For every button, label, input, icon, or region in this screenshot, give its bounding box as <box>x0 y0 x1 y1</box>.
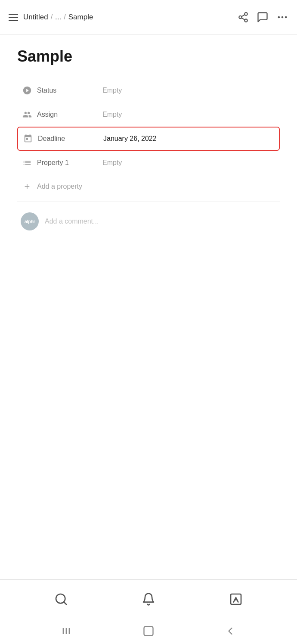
svg-line-3 <box>241 18 244 19</box>
svg-line-4 <box>241 15 244 16</box>
assign-label: Assign <box>34 111 102 118</box>
assign-property-row[interactable]: Assign Empty <box>17 103 280 127</box>
property1-value: Empty <box>102 159 122 167</box>
breadcrumb-ellipsis[interactable]: ... <box>55 13 61 22</box>
svg-point-6 <box>282 16 284 18</box>
breadcrumb-sep2: / <box>64 13 65 21</box>
comment-icon[interactable] <box>257 11 269 23</box>
deadline-icon <box>22 134 34 143</box>
top-bar-left: Untitled / ... / Sample <box>9 13 93 22</box>
android-menu-button[interactable] <box>61 625 73 637</box>
more-options-icon[interactable] <box>276 11 288 23</box>
svg-point-7 <box>285 16 287 18</box>
top-bar-right <box>238 11 288 23</box>
list-icon <box>21 158 34 168</box>
svg-rect-13 <box>69 628 70 634</box>
svg-line-9 <box>64 602 66 604</box>
properties-list: Status Empty Assign Empty Deadline Janua… <box>17 78 280 245</box>
breadcrumb-root[interactable]: Untitled <box>23 13 48 22</box>
edit-button[interactable] <box>229 592 243 606</box>
android-nav-bar <box>0 618 297 644</box>
bottom-toolbar <box>0 579 297 618</box>
status-label: Status <box>34 87 102 94</box>
share-icon[interactable] <box>238 12 249 23</box>
status-icon <box>21 86 34 95</box>
divider <box>17 202 280 202</box>
status-value: Empty <box>102 87 122 94</box>
comment-placeholder[interactable]: Add a comment... <box>45 218 99 225</box>
main-content: Sample Status Empty Assign Empty <box>0 34 297 579</box>
hamburger-menu-icon[interactable] <box>9 14 18 21</box>
status-property-row[interactable]: Status Empty <box>17 78 280 103</box>
breadcrumb-current: Sample <box>68 13 93 22</box>
search-button[interactable] <box>54 592 68 606</box>
deadline-value: January 26, 2022 <box>103 135 157 143</box>
add-property-label: Add a property <box>34 183 82 190</box>
android-home-button[interactable] <box>142 625 155 637</box>
deadline-label: Deadline <box>34 135 103 143</box>
top-bar: Untitled / ... / Sample <box>0 0 297 34</box>
divider-bottom <box>17 241 280 241</box>
comment-row[interactable]: alphr Add a comment... <box>17 205 280 237</box>
svg-rect-11 <box>63 628 64 634</box>
android-back-button[interactable] <box>224 625 236 637</box>
deadline-property-row[interactable]: Deadline January 26, 2022 <box>17 127 280 151</box>
breadcrumb-sep1: / <box>51 13 53 21</box>
svg-rect-14 <box>144 627 153 636</box>
svg-point-5 <box>278 16 280 18</box>
bell-button[interactable] <box>142 592 155 606</box>
assign-value: Empty <box>102 111 122 118</box>
add-property-plus-icon: + <box>21 181 34 192</box>
breadcrumb: Untitled / ... / Sample <box>23 13 93 22</box>
property1-label: Property 1 <box>34 159 102 167</box>
page-title: Sample <box>17 47 280 65</box>
add-property-row[interactable]: + Add a property <box>17 175 280 198</box>
avatar: alphr <box>21 212 39 230</box>
assign-icon <box>21 110 34 119</box>
property1-row[interactable]: Property 1 Empty <box>17 151 280 175</box>
svg-rect-12 <box>66 628 67 634</box>
